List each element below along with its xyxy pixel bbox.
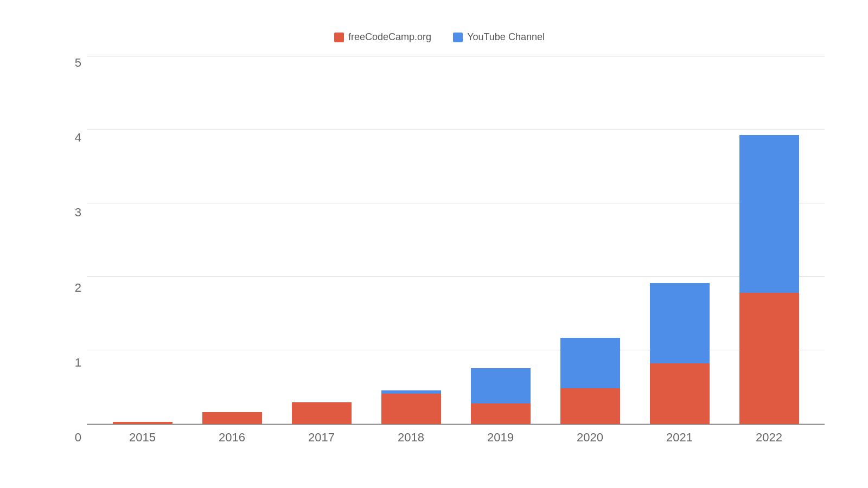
bar-segment-yt	[560, 338, 620, 388]
x-axis-label: 2016	[202, 431, 262, 445]
bar-segment-fcc	[292, 402, 352, 424]
bar-segment-fcc	[202, 412, 262, 424]
legend-label: YouTube Channel	[467, 31, 545, 43]
stacked-bar	[739, 135, 799, 424]
y-axis-label: 1	[54, 357, 81, 369]
y-axis-label: 0	[54, 432, 81, 444]
legend-label: freeCodeCamp.org	[348, 31, 431, 43]
bar-segment-fcc	[113, 422, 173, 424]
plot-area: 20152016201720182019202020212022	[87, 56, 825, 445]
bar-group	[471, 368, 531, 424]
x-axis-label: 2015	[113, 431, 173, 445]
stacked-bar	[381, 390, 441, 424]
chart-container: freeCodeCamp.orgYouTube Channel 012345 2…	[0, 0, 868, 488]
chart-area: 012345 20152016201720182019202020212022	[54, 56, 825, 445]
bars-row	[87, 56, 825, 424]
bar-segment-fcc	[650, 363, 710, 424]
stacked-bar	[560, 338, 620, 424]
chart-legend: freeCodeCamp.orgYouTube Channel	[334, 31, 545, 43]
x-axis: 20152016201720182019202020212022	[87, 425, 825, 445]
bar-segment-fcc	[739, 293, 799, 424]
stacked-bar	[202, 412, 262, 424]
bar-group	[202, 412, 262, 424]
bar-segment-yt	[650, 283, 710, 364]
x-axis-label: 2019	[471, 431, 531, 445]
x-axis-label: 2021	[650, 431, 710, 445]
legend-item: YouTube Channel	[453, 31, 545, 43]
bar-group	[739, 135, 799, 424]
bar-group	[381, 390, 441, 424]
x-axis-label: 2017	[292, 431, 352, 445]
bar-group	[560, 338, 620, 424]
bar-segment-yt	[739, 135, 799, 293]
y-axis-label: 4	[54, 132, 81, 144]
legend-item: freeCodeCamp.org	[334, 31, 431, 43]
stacked-bar	[113, 422, 173, 424]
y-axis-label: 3	[54, 207, 81, 219]
stacked-bar	[471, 368, 531, 424]
stacked-bar	[292, 402, 352, 424]
y-axis-label: 5	[54, 57, 81, 69]
bar-segment-fcc	[560, 388, 620, 424]
x-axis-label: 2018	[381, 431, 441, 445]
bar-segment-yt	[471, 368, 531, 403]
bar-segment-fcc	[471, 403, 531, 424]
x-axis-label: 2022	[739, 431, 799, 445]
legend-swatch	[453, 33, 463, 42]
bar-group	[113, 422, 173, 424]
y-axis-label: 2	[54, 282, 81, 294]
legend-swatch	[334, 33, 344, 42]
bar-group	[650, 283, 710, 424]
grid-and-bars	[87, 56, 825, 424]
x-axis-label: 2020	[560, 431, 620, 445]
stacked-bar	[650, 283, 710, 424]
y-axis: 012345	[54, 56, 81, 445]
bar-segment-fcc	[381, 394, 441, 424]
bar-group	[292, 402, 352, 424]
